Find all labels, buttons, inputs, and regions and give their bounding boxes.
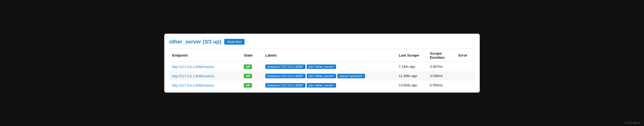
label-tag: instance="127.0.0.1:9090" — [265, 64, 306, 69]
cell-scrape-duration: 3.497ms — [427, 62, 456, 71]
watermark: novice-gamer — [625, 121, 641, 124]
endpoint-link[interactable]: http://127.0.0.1:9090/metrics — [172, 84, 214, 87]
cell-last-scrape: 13.504s ago — [396, 81, 427, 90]
label-tag: instance="127.0.0.1:9090" — [265, 74, 306, 78]
table-row: http://127.0.0.1:9090/metricsUPinstance=… — [169, 71, 475, 81]
state-badge: UP — [244, 74, 252, 78]
cell-state: UP — [241, 62, 262, 71]
label-tag: job="other_server" — [307, 74, 336, 78]
endpoint-link[interactable]: http://127.0.0.1:9090/metrics — [172, 65, 214, 69]
cell-error — [456, 71, 475, 81]
cell-last-scrape: 12.496s ago — [396, 71, 427, 81]
cell-labels: instance="127.0.0.1:9090"job="other_serv… — [262, 71, 396, 81]
label-tag: job="other_server" — [307, 64, 336, 69]
endpoint-link[interactable]: http://127.0.0.1:9090/metrics — [172, 74, 214, 78]
cell-error — [456, 62, 475, 71]
col-header-error: Error — [456, 49, 475, 62]
col-header-last-scrape: Last Scrape — [396, 49, 427, 62]
cell-last-scrape: 7.194s ago — [396, 62, 427, 71]
state-badge: UP — [244, 83, 252, 88]
cell-endpoint: http://127.0.0.1:9090/metrics — [169, 71, 241, 81]
cell-state: UP — [241, 81, 262, 90]
table-row: http://127.0.0.1:9090/metricsUPinstance=… — [169, 62, 475, 71]
cell-error — [456, 81, 475, 90]
col-header-endpoint: Endpoint — [169, 49, 241, 62]
label-tag: instance="127.0.0.1:9090" — [265, 83, 306, 88]
cell-labels: instance="127.0.0.1:9090"job="other_serv… — [262, 62, 396, 71]
cell-scrape-duration: 3.536ms — [427, 71, 456, 81]
state-badge: UP — [244, 64, 252, 69]
label-tag: name="server02" — [337, 74, 365, 78]
show-less-button[interactable]: show less — [224, 39, 244, 45]
cell-state: UP — [241, 71, 262, 81]
cell-endpoint: http://127.0.0.1:9090/metrics — [169, 62, 241, 71]
targets-table: Endpoint State Labels Last Scrape Scrape… — [169, 49, 475, 90]
label-tag: job="other_server" — [307, 83, 336, 88]
col-header-labels: Labels — [262, 49, 396, 62]
server-title: other_server (3/3 up) — [169, 39, 221, 45]
cell-endpoint: http://127.0.0.1:9090/metrics — [169, 81, 241, 90]
table-row: http://127.0.0.1:9090/metricsUPinstance=… — [169, 81, 475, 90]
col-header-scrape-duration: Scrape Duration — [427, 49, 456, 62]
col-header-state: State — [241, 49, 262, 62]
cell-scrape-duration: 6.550ms — [427, 81, 456, 90]
main-container: other_server (3/3 up) show less Endpoint… — [164, 34, 480, 93]
cell-labels: instance="127.0.0.1:9090"job="other_serv… — [262, 81, 396, 90]
header: other_server (3/3 up) show less — [169, 39, 475, 45]
